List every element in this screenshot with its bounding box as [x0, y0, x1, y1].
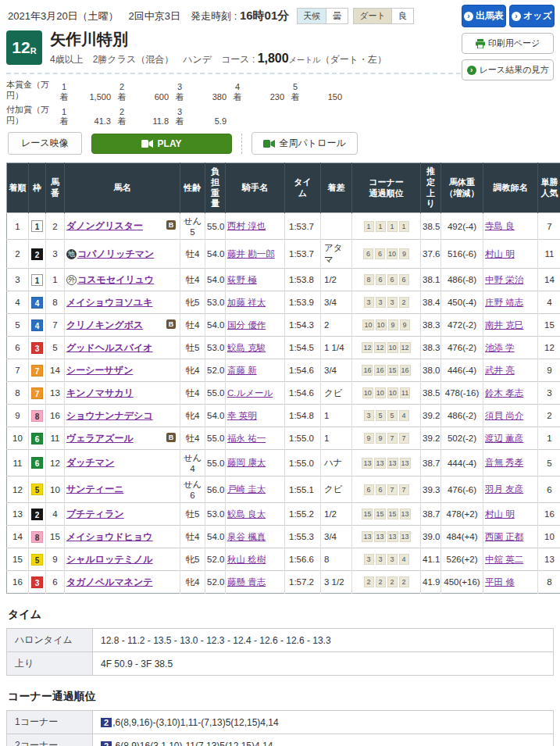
jockey-link[interactable]: 福永 祐一 [227, 434, 266, 443]
body-weight: 492(-4) [441, 213, 483, 240]
corner-position: 15 [387, 365, 398, 376]
print-page-button[interactable]: 印刷用ページ [462, 33, 554, 54]
corner-position: 6 [364, 484, 374, 495]
jockey-link[interactable]: C.ルメール [227, 388, 273, 398]
horse-name-link[interactable]: ダノングリスター [66, 220, 143, 231]
patrol-video-button[interactable]: 全周パトロール [251, 132, 358, 155]
horse-name-link[interactable]: クリノキングボス [66, 319, 143, 330]
horse-name-link[interactable]: コスモセイリュウ [77, 274, 154, 285]
corner-row-value: 2,6(8,9)16(3,1,10)-11(7,13)5(12,15)4,14 [93, 734, 554, 746]
odds-button[interactable]: › オッズ [509, 5, 555, 27]
estimated-agari: 38.5 [421, 213, 441, 240]
horse-name-link[interactable]: サンティーニ [66, 484, 123, 494]
trainer-link[interactable]: 中野 栄治 [485, 275, 523, 284]
lap-time-table: ハロンタイム 12.8 - 11.2 - 13.5 - 13.0 - 12.3 … [6, 628, 554, 676]
horse-name-link[interactable]: ヴェラアズール [66, 433, 134, 444]
trainer-link[interactable]: 西園 正都 [485, 532, 523, 541]
corner-positions: 66109 [352, 240, 421, 269]
horse-name-link[interactable]: シーシーサザン [66, 365, 133, 376]
sex-age: 牝4 [180, 359, 205, 382]
trainer-link[interactable]: 池添 学 [485, 343, 515, 352]
finish-rank: 3 [7, 269, 29, 291]
trainer-link[interactable]: 武井 亮 [485, 366, 515, 375]
jockey-link[interactable]: 藤懸 貴志 [227, 577, 266, 587]
corner-position: 7 [399, 433, 409, 444]
trainer-link[interactable]: 鈴木 孝志 [485, 388, 523, 398]
horse-number: 2 [46, 213, 65, 240]
corner-positions: 12121012 [352, 337, 421, 359]
trainer-cell: 音無 秀孝 [483, 450, 538, 477]
margin: クビ [321, 477, 352, 503]
race-conditions: 4歳以上 2勝クラス（混合） ハンデ コース : 1,800メートル（ダート・左… [50, 52, 387, 66]
trainer-link[interactable]: 村山 明 [485, 509, 515, 519]
corner-position: 13 [400, 531, 411, 542]
corner-position: 13 [362, 458, 373, 469]
jockey-cell: 藤懸 貴志 [226, 571, 285, 594]
horse-name-link[interactable]: ダッチマン [66, 457, 114, 468]
prize-value: 11.8 [128, 116, 173, 126]
trainer-link[interactable]: 村山 明 [485, 249, 515, 259]
jockey-link[interactable]: 秋山 稔樹 [227, 555, 266, 564]
carried-weight: 54.0 [205, 526, 226, 548]
entry-table-button[interactable]: › 出馬表 [462, 5, 506, 27]
trainer-link[interactable]: 音無 秀孝 [485, 458, 523, 467]
sex-age: 牝5 [180, 291, 205, 314]
trainer-link[interactable]: 平田 修 [485, 577, 515, 587]
corner-positions: 13131313 [352, 450, 421, 477]
estimated-agari: 41.1 [421, 548, 441, 571]
frame-number-cell: 8 [29, 405, 46, 427]
trainer-link[interactable]: 羽月 友彦 [485, 484, 523, 494]
horse-name-link[interactable]: メイショウヨソユキ [66, 297, 153, 308]
horse-name-link[interactable]: タガノペルマネンテ [66, 576, 153, 587]
jockey-link[interactable]: 戸崎 圭太 [227, 484, 266, 494]
horse-name-link[interactable]: コパノリッチマン [77, 248, 154, 259]
time-row-value: 4F 50.9 - 3F 38.5 [93, 652, 554, 676]
horse-name-link[interactable]: グッドヘルスバイオ [66, 342, 153, 353]
jockey-link[interactable]: 幸 英明 [227, 411, 257, 420]
jockey-link[interactable]: 藤岡 康太 [227, 458, 266, 467]
results-column-header: 馬名 [65, 163, 180, 213]
corner-position: 6 [363, 248, 373, 259]
result-guide-button[interactable]: › レース結果の見方 [462, 59, 554, 80]
prize-item: 1着 1,500 [58, 82, 116, 101]
finish-rank: 8 [7, 382, 29, 405]
trainer-link[interactable]: 南井 克巳 [485, 320, 523, 330]
leader-horse-number: 2 [101, 741, 112, 746]
frame-number-cell: 3 [29, 337, 46, 359]
corner-position: 4 [399, 410, 409, 421]
horse-name-link[interactable]: シャルロッテミノル [66, 554, 153, 565]
frame-number-cell: 2 [29, 503, 46, 526]
corner-position: 10 [362, 387, 373, 398]
carried-weight: 53.0 [205, 291, 226, 314]
leader-horse-number: 2 [101, 718, 112, 727]
horse-name-link[interactable]: キンノマサカリ [66, 387, 134, 398]
jockey-link[interactable]: 藤井 勘一郎 [227, 249, 275, 259]
trainer-link[interactable]: 庄野 靖志 [485, 298, 523, 307]
horse-name-link[interactable]: メイショウドヒョウ [66, 531, 153, 542]
corner-position: 13 [400, 509, 411, 519]
trainer-link[interactable]: 寺島 良 [485, 221, 515, 230]
trainer-link[interactable]: 須貝 尚介 [485, 411, 523, 420]
finish-rank: 2 [7, 240, 29, 269]
jockey-link[interactable]: 加藤 祥太 [227, 298, 266, 307]
jockey-link[interactable]: 西村 淳也 [227, 221, 266, 230]
horse-name-link[interactable]: プチティラン [66, 509, 124, 519]
jockey-link[interactable]: 斎藤 新 [227, 366, 257, 375]
trainer-link[interactable]: 中舘 英二 [485, 555, 523, 564]
horse-name-link[interactable]: ショウナンナデシコ [66, 410, 153, 421]
trainer-link[interactable]: 渡辺 薫彦 [485, 434, 523, 443]
win-popularity: 13 [538, 548, 560, 571]
time-row-value: 12.8 - 11.2 - 13.5 - 13.0 - 12.3 - 12.4 … [93, 629, 554, 652]
jockey-link[interactable]: 鮫島 良太 [227, 509, 266, 519]
play-button[interactable]: PLAY [91, 134, 232, 154]
frame-number-cell: 8 [29, 526, 46, 548]
sex-age: 牡4 [180, 382, 205, 405]
jockey-link[interactable]: 鮫島 克駿 [227, 343, 266, 352]
jockey-link[interactable]: 国分 優作 [227, 320, 266, 330]
jockey-link[interactable]: 荻野 極 [227, 275, 257, 284]
trainer-cell: 中舘 英二 [483, 548, 538, 571]
jockey-link[interactable]: 泉谷 楓真 [227, 532, 266, 541]
result-row: 14 8 15 メイショウドヒョウ 牡4 54.0 泉谷 楓真 1:55.3 3… [7, 526, 560, 548]
results-column-header: コーナー 通過順位 [352, 163, 421, 213]
margin: ハナ [321, 450, 352, 477]
